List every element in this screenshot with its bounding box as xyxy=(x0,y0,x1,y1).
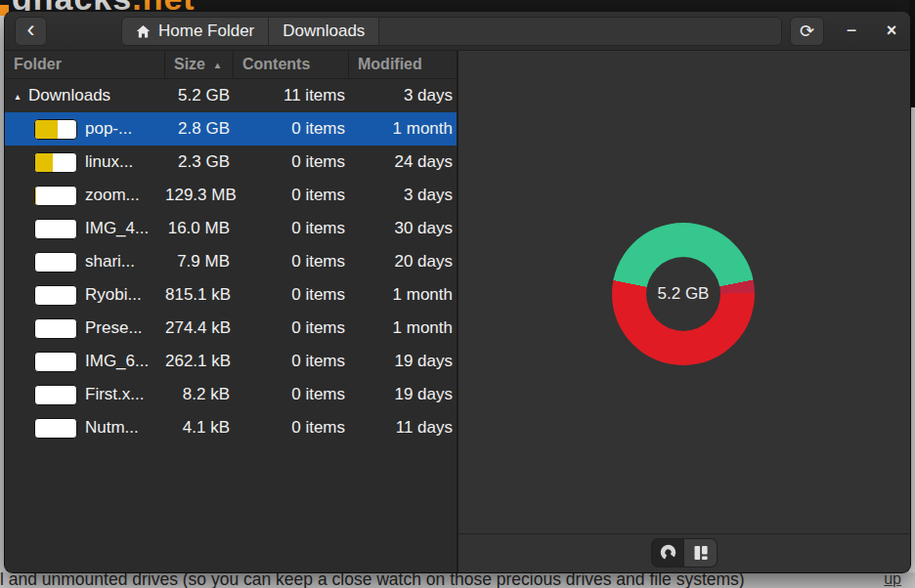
column-header-modified[interactable]: Modified xyxy=(349,51,457,78)
size-bar xyxy=(34,385,77,405)
size-bar xyxy=(34,318,77,339)
contents-cell: 0 items xyxy=(234,119,349,139)
contents-cell: 0 items xyxy=(234,385,349,404)
modified-cell: 1 month xyxy=(349,285,457,305)
modified-cell: 19 days xyxy=(349,352,457,371)
window-body: Folder Size ▴ Contents Modified ▴Downloa… xyxy=(5,51,910,572)
folder-name: Nutm... xyxy=(85,418,139,438)
folder-cell: ▴Downloads xyxy=(5,86,165,105)
size-cell: 262.1 kB xyxy=(165,352,234,371)
table-row[interactable]: IMG_6...262.1 kB0 items19 days xyxy=(5,345,457,378)
table-row[interactable]: First.x...8.2 kB0 items19 days xyxy=(5,378,457,411)
size-cell: 2.3 GB xyxy=(165,152,234,172)
breadcrumb-empty-area xyxy=(379,18,781,45)
background-webpage-text-band: l and unmounted drives (so you can keep … xyxy=(0,572,915,588)
titlebar: ‹ Home Folder Downloads ⟳ − × xyxy=(5,12,910,51)
breadcrumb-label: Home Folder xyxy=(158,21,254,41)
modified-cell: 11 days xyxy=(349,418,457,438)
size-cell: 5.2 GB xyxy=(165,86,234,105)
folder-cell: IMG_6... xyxy=(5,352,165,372)
rings-chart[interactable]: 5.2 GB xyxy=(612,223,755,365)
breadcrumb: Home Folder Downloads xyxy=(121,17,782,46)
size-cell: 8.2 kB xyxy=(165,385,234,404)
size-bar xyxy=(34,152,77,173)
contents-cell: 0 items xyxy=(234,152,349,172)
close-icon: × xyxy=(887,21,897,41)
back-chevron-icon: ‹ xyxy=(27,18,35,41)
folder-name: pop-... xyxy=(85,119,132,139)
modified-cell: 1 month xyxy=(349,318,457,338)
webpage-up-link[interactable]: up xyxy=(884,572,901,588)
size-bar xyxy=(34,186,77,206)
column-header-contents[interactable]: Contents xyxy=(234,51,349,78)
folder-cell: Nutm... xyxy=(5,418,165,439)
refresh-button[interactable]: ⟳ xyxy=(790,17,824,46)
contents-cell: 0 items xyxy=(234,186,349,205)
folder-cell: shari... xyxy=(5,252,165,273)
modified-cell: 1 month xyxy=(349,119,457,139)
breadcrumb-downloads[interactable]: Downloads xyxy=(269,18,379,45)
table-row[interactable]: ▴Downloads5.2 GB11 items3 days xyxy=(5,79,457,112)
folder-cell: linux... xyxy=(5,152,165,173)
table-row[interactable]: linux...2.3 GB0 items24 days xyxy=(5,146,457,179)
rings-chart-view-button[interactable] xyxy=(651,538,684,567)
size-bar xyxy=(34,352,77,372)
refresh-icon: ⟳ xyxy=(800,22,814,40)
size-bar xyxy=(34,252,77,273)
folder-name: Downloads xyxy=(28,86,110,105)
folder-cell: Prese... xyxy=(5,318,165,339)
rings-chart-icon xyxy=(660,544,676,561)
table-row[interactable]: shari...7.9 MB0 items20 days xyxy=(5,245,457,278)
folder-name: Ryobi... xyxy=(85,285,142,305)
minimize-button[interactable]: − xyxy=(835,12,868,50)
folder-cell: IMG_4... xyxy=(5,219,165,239)
breadcrumb-home-folder[interactable]: Home Folder xyxy=(122,18,269,45)
chart-total-label: 5.2 GB xyxy=(658,284,710,304)
contents-cell: 0 items xyxy=(234,418,349,438)
table-header: Folder Size ▴ Contents Modified xyxy=(5,51,457,79)
folder-cell: Ryobi... xyxy=(5,285,165,306)
treemap-chart-view-button[interactable] xyxy=(684,538,718,567)
size-cell: 4.1 kB xyxy=(165,418,234,438)
contents-cell: 0 items xyxy=(234,285,349,305)
expander-icon[interactable]: ▴ xyxy=(11,91,24,102)
table-row[interactable]: Nutm...4.1 kB0 items11 days xyxy=(5,411,457,444)
size-bar xyxy=(34,219,77,239)
folder-name: shari... xyxy=(85,252,135,272)
table-row[interactable]: IMG_4...16.0 MB0 items30 days xyxy=(5,212,457,245)
folder-name: linux... xyxy=(85,152,133,172)
column-header-size[interactable]: Size ▴ xyxy=(165,51,234,78)
table-row[interactable]: Prese...274.4 kB0 items1 month xyxy=(5,312,457,345)
webpage-body-text: l and unmounted drives (so you can keep … xyxy=(0,572,745,588)
modified-cell: 3 days xyxy=(349,86,457,105)
close-button[interactable]: × xyxy=(875,12,908,50)
column-header-folder[interactable]: Folder xyxy=(5,51,165,78)
size-bar xyxy=(34,119,77,140)
contents-cell: 11 items xyxy=(234,86,349,105)
chart-footer-toolbar xyxy=(458,533,910,572)
sort-indicator-icon: ▴ xyxy=(215,60,220,70)
size-cell: 2.8 GB xyxy=(165,119,234,139)
minimize-icon: − xyxy=(847,21,857,41)
back-button[interactable]: ‹ xyxy=(15,17,47,46)
chart-pane: 5.2 GB xyxy=(458,51,910,572)
size-cell: 129.3 MB xyxy=(165,186,234,205)
folder-name: IMG_6... xyxy=(85,352,149,371)
contents-cell: 0 items xyxy=(234,252,349,272)
breadcrumb-label: Downloads xyxy=(283,21,365,41)
modified-cell: 30 days xyxy=(349,219,457,238)
table-row[interactable]: zoom...129.3 MB0 items3 days xyxy=(5,179,457,212)
folder-table-body: ▴Downloads5.2 GB11 items3 dayspop-...2.8… xyxy=(5,79,457,444)
chart-view-toggle xyxy=(651,538,718,567)
table-row[interactable]: Ryobi...815.1 kB0 items1 month xyxy=(5,278,457,312)
size-cell: 274.4 kB xyxy=(165,318,234,338)
home-icon xyxy=(136,24,151,39)
folder-cell: pop-... xyxy=(5,119,165,140)
contents-cell: 0 items xyxy=(234,352,349,371)
disk-usage-analyzer-window: ‹ Home Folder Downloads ⟳ − × xyxy=(5,12,910,572)
folder-cell: First.x... xyxy=(5,385,165,405)
folder-name: Prese... xyxy=(85,318,143,338)
contents-cell: 0 items xyxy=(234,318,349,338)
table-row[interactable]: pop-...2.8 GB0 items1 month xyxy=(5,112,457,146)
folder-cell: zoom... xyxy=(5,186,165,206)
